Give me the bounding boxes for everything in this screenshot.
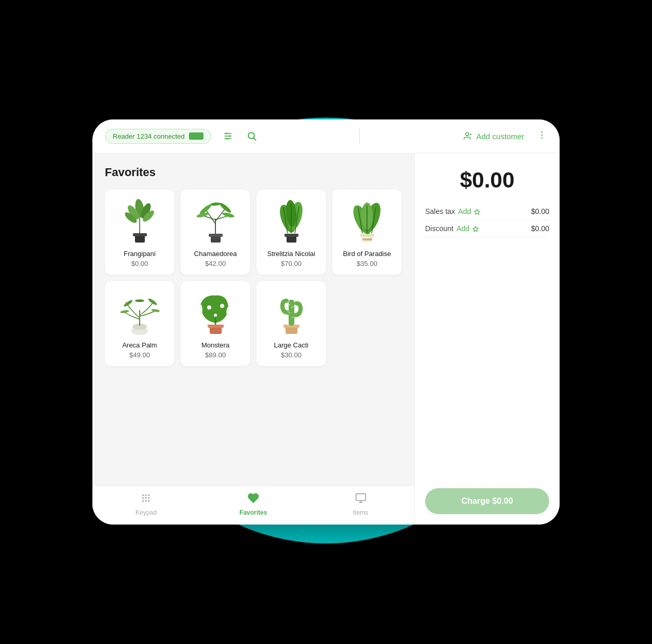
sales-tax-label-group: Sales tax Add bbox=[425, 207, 480, 216]
product-name: Large Cacti bbox=[274, 341, 308, 349]
svg-point-56 bbox=[120, 310, 129, 314]
discount-row: Discount Add $0.00 bbox=[425, 220, 549, 237]
product-card-monstera[interactable]: Monstera $89.00 bbox=[181, 281, 250, 366]
svg-point-77 bbox=[148, 497, 150, 499]
svg-point-4 bbox=[228, 135, 230, 137]
svg-point-62 bbox=[220, 304, 224, 308]
svg-point-8 bbox=[466, 132, 469, 136]
svg-marker-85 bbox=[473, 226, 478, 232]
svg-point-76 bbox=[145, 497, 147, 499]
product-price: $70.00 bbox=[281, 260, 302, 267]
product-price: $42.00 bbox=[205, 260, 226, 267]
svg-point-75 bbox=[142, 497, 144, 499]
product-name: Chamaedorea bbox=[194, 250, 237, 258]
product-price: $30.00 bbox=[281, 351, 302, 359]
sales-tax-amount: $0.00 bbox=[531, 207, 549, 216]
tablet-device: Reader 1234 connected bbox=[92, 119, 560, 525]
line-items-section: Sales tax Add $0.00 Discou bbox=[425, 203, 549, 478]
charge-button[interactable]: Charge $0.00 bbox=[425, 488, 549, 514]
header-icon-group bbox=[220, 128, 260, 144]
svg-point-78 bbox=[142, 500, 144, 502]
product-image-strelitzia bbox=[270, 198, 312, 245]
svg-point-79 bbox=[145, 500, 147, 502]
product-card-frangipani[interactable]: Frangipani $0.00 bbox=[105, 190, 174, 275]
reader-status-text: Reader 1234 connected bbox=[113, 132, 185, 140]
header-divider bbox=[359, 129, 360, 143]
main-content: Favorites bbox=[92, 153, 560, 525]
svg-point-12 bbox=[541, 134, 543, 136]
svg-rect-65 bbox=[286, 327, 297, 334]
svg-rect-59 bbox=[210, 327, 222, 334]
reader-status-badge: Reader 1234 connected bbox=[105, 129, 211, 144]
keypad-label: Keypad bbox=[135, 509, 157, 516]
svg-rect-23 bbox=[209, 234, 223, 237]
total-amount: $0.00 bbox=[425, 168, 549, 193]
product-card-strelitzia[interactable]: Strelitzia Nicolai $70.00 bbox=[256, 190, 326, 275]
header-bar: Reader 1234 connected bbox=[92, 119, 560, 153]
product-price: $89.00 bbox=[205, 351, 226, 359]
svg-point-61 bbox=[207, 305, 211, 310]
product-image-frangipani bbox=[119, 198, 160, 245]
svg-point-73 bbox=[145, 494, 147, 496]
svg-point-11 bbox=[541, 131, 543, 132]
svg-rect-44 bbox=[360, 234, 374, 237]
products-grid: Frangipani $0.00 bbox=[105, 190, 402, 366]
svg-point-5 bbox=[226, 138, 227, 139]
discount-add-button[interactable]: Add bbox=[456, 224, 479, 233]
svg-point-58 bbox=[135, 300, 144, 302]
add-customer-button[interactable]: Add customer bbox=[458, 131, 528, 141]
product-image-areca-palm bbox=[119, 289, 160, 336]
product-name: Strelitzia Nicolai bbox=[267, 250, 315, 258]
product-name: Monstera bbox=[201, 341, 229, 349]
svg-line-28 bbox=[215, 216, 227, 220]
product-name: Bird of Paradise bbox=[343, 250, 391, 258]
product-card-bird-of-paradise[interactable]: Bird of Paradise $35.00 bbox=[332, 190, 402, 275]
nav-item-keypad[interactable]: Keypad bbox=[125, 492, 167, 516]
svg-point-13 bbox=[541, 137, 543, 139]
section-title: Favorites bbox=[105, 166, 402, 179]
product-price: $35.00 bbox=[357, 260, 377, 267]
bottom-navigation: Keypad Favorites bbox=[92, 486, 414, 525]
product-image-chamaedorea bbox=[195, 198, 236, 245]
product-image-monstera bbox=[195, 289, 236, 336]
nav-item-favorites[interactable]: Favorites bbox=[233, 492, 274, 516]
more-options-button[interactable] bbox=[537, 130, 547, 143]
right-panel: $0.00 Sales tax Add $0.00 bbox=[414, 153, 560, 525]
svg-rect-14 bbox=[135, 235, 145, 243]
svg-point-80 bbox=[148, 500, 150, 502]
favorites-icon bbox=[248, 492, 259, 507]
svg-point-63 bbox=[214, 314, 217, 317]
product-name: Areca Palm bbox=[122, 341, 157, 349]
svg-line-7 bbox=[254, 138, 256, 141]
product-card-chamaedorea[interactable]: Chamaedorea $42.00 bbox=[181, 190, 250, 275]
items-icon bbox=[355, 492, 366, 507]
svg-point-33 bbox=[210, 202, 220, 206]
svg-point-55 bbox=[147, 298, 158, 306]
product-price: $0.00 bbox=[131, 260, 148, 267]
reader-indicator-icon bbox=[189, 132, 203, 140]
product-card-areca-palm[interactable]: Areca Palm $49.00 bbox=[105, 281, 174, 366]
svg-marker-84 bbox=[474, 209, 480, 214]
header-left-section: Reader 1234 connected bbox=[105, 128, 260, 144]
svg-rect-15 bbox=[133, 233, 147, 236]
discount-label: Discount bbox=[425, 224, 453, 233]
filter-icon[interactable] bbox=[220, 128, 236, 144]
svg-point-3 bbox=[225, 132, 227, 134]
left-panel: Favorites bbox=[92, 153, 414, 525]
sales-tax-label: Sales tax bbox=[425, 207, 455, 216]
sales-tax-row: Sales tax Add $0.00 bbox=[425, 203, 549, 220]
svg-point-72 bbox=[142, 494, 144, 496]
svg-point-74 bbox=[148, 494, 150, 496]
sales-tax-add-button[interactable]: Add bbox=[458, 207, 481, 216]
favorites-label: Favorites bbox=[239, 509, 267, 516]
svg-line-27 bbox=[204, 216, 215, 220]
search-icon[interactable] bbox=[243, 128, 260, 144]
product-card-large-cacti[interactable]: Large Cacti $30.00 bbox=[256, 281, 326, 366]
product-image-bird-of-paradise bbox=[346, 198, 388, 245]
nav-item-items[interactable]: Items bbox=[340, 492, 382, 516]
svg-rect-35 bbox=[284, 234, 298, 237]
items-label: Items bbox=[353, 509, 368, 516]
keypad-icon bbox=[140, 492, 152, 507]
discount-amount: $0.00 bbox=[531, 224, 549, 233]
header-right-section: Add customer bbox=[458, 130, 547, 143]
